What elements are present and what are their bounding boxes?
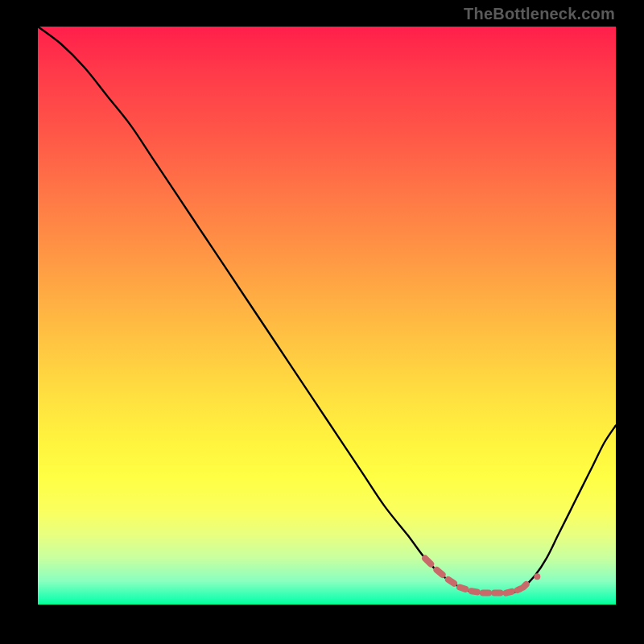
- trough-highlight: [425, 559, 540, 593]
- svg-point-0: [534, 573, 540, 580]
- plot-area: [38, 27, 616, 605]
- bottleneck-curve: [38, 27, 616, 593]
- curve-svg: [38, 27, 616, 605]
- watermark-text: TheBottleneck.com: [464, 5, 615, 23]
- chart-container: TheBottleneck.com: [0, 0, 644, 644]
